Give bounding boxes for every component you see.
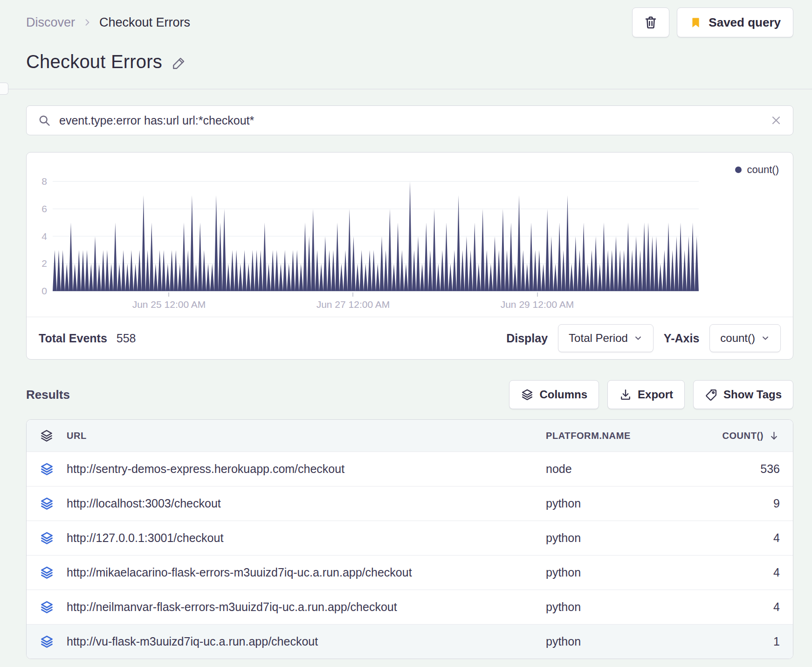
columns-button-label: Columns: [539, 388, 587, 401]
breadcrumb-discover-link[interactable]: Discover: [26, 15, 75, 30]
stack-events-icon[interactable]: [40, 462, 54, 476]
header-divider: [0, 89, 812, 90]
page-title: Checkout Errors: [26, 51, 162, 72]
row-platform: python: [546, 566, 704, 579]
row-url: http://vu-flask-m3uuizd7iq-uc.a.run.app/…: [67, 635, 546, 648]
row-platform: python: [546, 531, 704, 545]
y-axis-label: 6: [27, 203, 47, 215]
saved-query-button[interactable]: Saved query: [677, 7, 793, 37]
row-url: http://mikaelacarino-flask-errors-m3uuiz…: [67, 566, 546, 579]
row-platform: node: [546, 462, 704, 476]
search-icon: [38, 114, 51, 127]
stack-events-icon[interactable]: [40, 531, 54, 545]
breadcrumb-chevron-icon: [83, 18, 92, 27]
x-axis-label: Jun 25 12:00 AM: [132, 299, 206, 310]
column-header-url[interactable]: URL: [67, 431, 546, 441]
count-series-area: [53, 153, 699, 292]
results-actions: Columns Export Show Tags: [509, 380, 793, 409]
show-tags-button[interactable]: Show Tags: [693, 380, 793, 409]
show-tags-button-label: Show Tags: [723, 388, 782, 401]
layers-icon: [521, 388, 534, 401]
x-axis-tick: [352, 292, 353, 297]
results-table: URL PLATFORM.NAME COUNT() http://sentry-…: [26, 419, 793, 659]
display-label: Display: [506, 332, 548, 345]
bookmark-icon: [689, 16, 702, 29]
yaxis-label: Y-Axis: [664, 332, 699, 345]
sort-descending-icon: [768, 430, 780, 442]
count-header-label: COUNT(): [722, 431, 764, 441]
saved-query-label: Saved query: [709, 15, 781, 30]
display-select[interactable]: Total Period: [558, 324, 654, 352]
row-count: 536: [704, 462, 793, 476]
row-count: 4: [704, 531, 793, 545]
yaxis-select-value: count(): [720, 332, 755, 345]
stack-events-icon[interactable]: [40, 634, 54, 649]
discover-page: Discover Checkout Errors: [0, 0, 812, 659]
column-header-platform[interactable]: PLATFORM.NAME: [546, 431, 704, 441]
search-input[interactable]: [58, 113, 763, 128]
download-icon: [619, 388, 632, 401]
chart-x-axis: Jun 25 12:00 AMJun 27 12:00 AMJun 29 12:…: [27, 292, 793, 317]
delete-query-button[interactable]: [632, 7, 669, 37]
edit-title-icon[interactable]: [172, 56, 186, 70]
row-url: http://127.0.0.1:3001/checkout: [67, 531, 546, 545]
display-select-value: Total Period: [569, 332, 628, 345]
x-axis-tick: [537, 292, 538, 297]
stack-events-icon[interactable]: [40, 565, 54, 580]
table-row[interactable]: http://neilmanvar-flask-errors-m3uuizd7i…: [27, 590, 793, 624]
total-events-label: Total Events: [39, 332, 107, 345]
y-axis-label: 8: [27, 175, 47, 188]
row-url: http://neilmanvar-flask-errors-m3uuizd7i…: [67, 600, 546, 614]
results-header-row: Results Columns Export Show Tags: [26, 380, 793, 409]
x-axis-tick: [168, 292, 169, 297]
panel-collapse-handle[interactable]: [0, 83, 8, 95]
chevron-down-icon: [761, 334, 770, 343]
total-events: Total Events 558: [39, 332, 136, 345]
search-bar: [26, 105, 793, 135]
row-count: 4: [704, 566, 793, 579]
table-row[interactable]: http://vu-flask-m3uuizd7iq-uc.a.run.app/…: [27, 624, 793, 659]
page-title-row: Checkout Errors: [26, 49, 793, 75]
row-count: 4: [704, 600, 793, 614]
row-count: 9: [704, 497, 793, 510]
clear-search-icon[interactable]: [771, 115, 782, 126]
export-button-label: Export: [638, 388, 673, 401]
results-heading: Results: [26, 388, 70, 402]
table-row[interactable]: http://localhost:3003/checkout python 9: [27, 486, 793, 521]
chevron-down-icon: [633, 334, 643, 343]
columns-button[interactable]: Columns: [509, 380, 599, 409]
row-platform: python: [546, 600, 704, 614]
total-events-value: 558: [117, 332, 136, 345]
top-bar: Discover Checkout Errors: [26, 0, 793, 37]
x-axis-label: Jun 29 12:00 AM: [501, 299, 574, 310]
export-button[interactable]: Export: [607, 380, 685, 409]
row-url: http://sentry-demos-express.herokuapp.co…: [67, 462, 546, 476]
table-row[interactable]: http://mikaelacarino-flask-errors-m3uuiz…: [27, 555, 793, 590]
chart-plot: 02468: [27, 153, 793, 292]
tag-icon: [705, 388, 718, 401]
chart-card: count() 02468 Jun 25 12:00 AMJun 27 12:0…: [26, 152, 793, 360]
y-axis-label: 2: [27, 257, 47, 270]
table-header-row: URL PLATFORM.NAME COUNT(): [27, 420, 793, 452]
yaxis-select[interactable]: count(): [709, 324, 781, 352]
row-platform: python: [546, 497, 704, 510]
row-url: http://localhost:3003/checkout: [67, 497, 546, 510]
row-platform: python: [546, 635, 704, 648]
table-row[interactable]: http://sentry-demos-express.herokuapp.co…: [27, 452, 793, 486]
topbar-actions: Saved query: [632, 7, 793, 37]
stack-events-icon[interactable]: [40, 496, 54, 511]
x-axis-label: Jun 27 12:00 AM: [317, 299, 390, 310]
table-row[interactable]: http://127.0.0.1:3001/checkout python 4: [27, 521, 793, 555]
chart-footer: Total Events 558 Display Total Period Y-…: [27, 317, 793, 359]
stack-events-icon[interactable]: [40, 600, 54, 614]
chart-controls: Display Total Period Y-Axis count(): [506, 324, 781, 352]
breadcrumb-current: Checkout Errors: [99, 15, 190, 30]
stack-column-icon: [27, 429, 67, 443]
row-count: 1: [704, 635, 793, 648]
y-axis-label: 4: [27, 230, 47, 243]
breadcrumb: Discover Checkout Errors: [26, 15, 190, 30]
column-header-count[interactable]: COUNT(): [704, 430, 793, 442]
trash-icon: [643, 15, 658, 30]
